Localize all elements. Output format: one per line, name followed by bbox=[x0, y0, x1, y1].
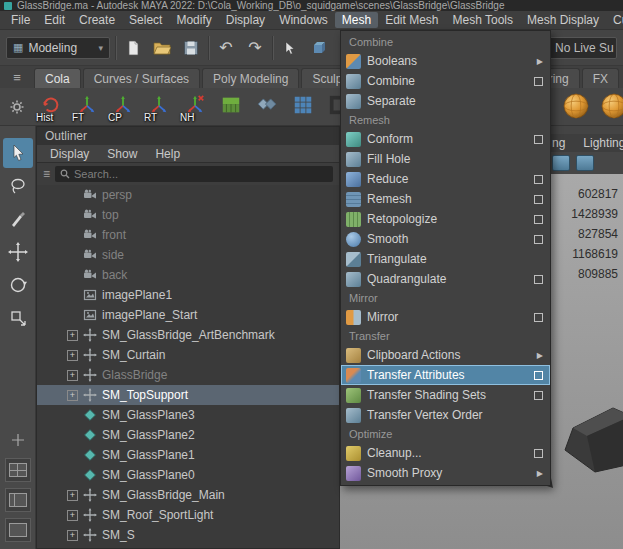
shelf-menu-icon[interactable]: ≡ bbox=[0, 68, 34, 88]
outliner-menu-show[interactable]: Show bbox=[98, 145, 146, 162]
menu-mesh-tools[interactable]: Mesh Tools bbox=[446, 12, 520, 28]
shelf-tab-poly-modeling[interactable]: Poly Modeling bbox=[202, 68, 299, 88]
expand-icon[interactable]: + bbox=[67, 490, 78, 501]
last-tool-slot[interactable] bbox=[3, 425, 33, 455]
shelf-button-ft[interactable]: FT bbox=[70, 90, 104, 124]
component-mode-button[interactable] bbox=[307, 36, 331, 60]
search-input[interactable]: Search... bbox=[55, 166, 333, 182]
scale-tool[interactable] bbox=[3, 303, 33, 333]
undo-button[interactable]: ↶ bbox=[214, 36, 238, 60]
mesh-menu-item-cleanup[interactable]: Cleanup... bbox=[341, 443, 550, 463]
expand-icon[interactable]: + bbox=[67, 370, 78, 381]
outliner-item-persp[interactable]: persp bbox=[37, 185, 339, 205]
menu-mesh-display[interactable]: Mesh Display bbox=[520, 12, 606, 28]
outliner-item-sm-glassbridge-artbenchmark[interactable]: +SM_GlassBridge_ArtBenchmark bbox=[37, 325, 339, 345]
outliner-menu-display[interactable]: Display bbox=[41, 145, 98, 162]
move-tool[interactable] bbox=[3, 237, 33, 267]
viewport-menu-ng[interactable]: ng bbox=[552, 134, 565, 152]
layout-quad-button[interactable] bbox=[5, 458, 31, 482]
shelf-button-sphere[interactable] bbox=[597, 90, 623, 124]
mesh-menu-item-clipboard-actions[interactable]: Clipboard Actions▶ bbox=[341, 345, 550, 365]
outliner-item-top[interactable]: top bbox=[37, 205, 339, 225]
open-scene-button[interactable] bbox=[150, 36, 174, 60]
shelf-button-diamonds[interactable] bbox=[250, 90, 284, 124]
menu-windows[interactable]: Windows bbox=[272, 12, 335, 28]
menu-select[interactable]: Select bbox=[122, 12, 169, 28]
mesh-menu-item-conform[interactable]: Conform bbox=[341, 129, 550, 149]
menu-set-selector[interactable]: ▦ Modeling ▾ bbox=[6, 37, 110, 59]
menu-edit[interactable]: Edit bbox=[37, 12, 72, 28]
live-surface-field[interactable]: No Live Su bbox=[549, 37, 617, 59]
lasso-tool[interactable] bbox=[3, 171, 33, 201]
menu-display[interactable]: Display bbox=[219, 12, 272, 28]
option-box-icon[interactable] bbox=[534, 135, 543, 144]
option-box-icon[interactable] bbox=[534, 275, 543, 284]
outliner-item-imageplane-start[interactable]: imagePlane_Start bbox=[37, 305, 339, 325]
option-box-icon[interactable] bbox=[534, 391, 543, 400]
mesh-menu-item-combine[interactable]: Combine bbox=[341, 71, 550, 91]
mesh-menu-item-fill-hole[interactable]: Fill Hole bbox=[341, 149, 550, 169]
outliner-item-sm-s[interactable]: +SM_S bbox=[37, 525, 339, 545]
menu-create[interactable]: Create bbox=[72, 12, 122, 28]
option-box-icon[interactable] bbox=[534, 77, 543, 86]
redo-button[interactable]: ↷ bbox=[243, 36, 267, 60]
expand-icon[interactable]: + bbox=[67, 510, 78, 521]
mesh-menu-item-retopologize[interactable]: Retopologize bbox=[341, 209, 550, 229]
expand-icon[interactable]: + bbox=[67, 530, 78, 541]
shelf-button-cp[interactable]: CP bbox=[106, 90, 140, 124]
menu-mesh[interactable]: Mesh bbox=[335, 12, 378, 28]
viewport-menu-lighting[interactable]: Lighting bbox=[583, 134, 623, 152]
mesh-menu-item-remesh[interactable]: Remesh bbox=[341, 189, 550, 209]
option-box-icon[interactable] bbox=[534, 371, 543, 380]
shelf-button-rt[interactable]: RT bbox=[142, 90, 176, 124]
mesh-menu-item-booleans[interactable]: Booleans▶ bbox=[341, 51, 550, 71]
paint-select-tool[interactable] bbox=[3, 204, 33, 234]
shelf-button-nh[interactable]: NH bbox=[178, 90, 212, 124]
outliner-item-sm-glassplane2[interactable]: SM_GlassPlane2 bbox=[37, 425, 339, 445]
mesh-menu-item-smooth-proxy[interactable]: Smooth Proxy▶ bbox=[341, 463, 550, 483]
shading-toggle-icon[interactable] bbox=[552, 155, 570, 171]
option-box-icon[interactable] bbox=[534, 449, 543, 458]
gear-icon[interactable] bbox=[0, 100, 34, 114]
outliner-item-sm-glassplane3[interactable]: SM_GlassPlane3 bbox=[37, 405, 339, 425]
outliner-item-glassbridge[interactable]: +GlassBridge bbox=[37, 365, 339, 385]
shelf-tab-cola[interactable]: Cola bbox=[34, 68, 81, 88]
menu-file[interactable]: File bbox=[4, 12, 37, 28]
outliner-item-front[interactable]: front bbox=[37, 225, 339, 245]
new-scene-button[interactable] bbox=[121, 36, 145, 60]
mesh-menu-item-quadrangulate[interactable]: Quadrangulate bbox=[341, 269, 550, 289]
option-box-icon[interactable] bbox=[534, 195, 543, 204]
outliner-item-sm-curtain[interactable]: +SM_Curtain bbox=[37, 345, 339, 365]
shelf-button-sphere[interactable] bbox=[559, 90, 593, 124]
layout-single-button[interactable] bbox=[5, 518, 31, 542]
mesh-menu-item-transfer-attributes[interactable]: Transfer Attributes bbox=[341, 365, 550, 385]
outliner-item-sm-glassbridge-main[interactable]: +SM_GlassBridge_Main bbox=[37, 485, 339, 505]
shelf-button-grass-block[interactable] bbox=[214, 90, 248, 124]
mesh-menu-item-reduce[interactable]: Reduce bbox=[341, 169, 550, 189]
outliner-item-side[interactable]: side bbox=[37, 245, 339, 265]
mesh-menu-item-smooth[interactable]: Smooth bbox=[341, 229, 550, 249]
option-box-icon[interactable] bbox=[534, 215, 543, 224]
rotate-tool[interactable] bbox=[3, 270, 33, 300]
mesh-menu-item-triangulate[interactable]: Triangulate bbox=[341, 249, 550, 269]
selection-mode-button[interactable] bbox=[278, 36, 302, 60]
shelf-tab-curves-surfaces[interactable]: Curves / Surfaces bbox=[83, 68, 200, 88]
expand-icon[interactable]: + bbox=[67, 390, 78, 401]
shelf-button-grid[interactable] bbox=[286, 90, 320, 124]
menu-modify[interactable]: Modify bbox=[169, 12, 218, 28]
mesh-menu-item-separate[interactable]: Separate bbox=[341, 91, 550, 111]
textured-toggle-icon[interactable] bbox=[576, 155, 594, 171]
outliner-item-imageplane1[interactable]: imagePlane1 bbox=[37, 285, 339, 305]
mesh-menu-item-transfer-shading-sets[interactable]: Transfer Shading Sets bbox=[341, 385, 550, 405]
outliner-item-back[interactable]: back bbox=[37, 265, 339, 285]
option-box-icon[interactable] bbox=[534, 313, 543, 322]
outliner-menu-help[interactable]: Help bbox=[146, 145, 189, 162]
expand-icon[interactable]: + bbox=[67, 330, 78, 341]
expand-icon[interactable]: + bbox=[67, 350, 78, 361]
menu-cur[interactable]: Cur bbox=[606, 12, 623, 28]
mesh-menu-item-transfer-vertex-order[interactable]: Transfer Vertex Order bbox=[341, 405, 550, 425]
outliner-item-sm-roof-sportlight[interactable]: +SM_Roof_SportLight bbox=[37, 505, 339, 525]
layout-split-button[interactable] bbox=[5, 488, 31, 512]
mesh-menu-item-mirror[interactable]: Mirror bbox=[341, 307, 550, 327]
option-box-icon[interactable] bbox=[534, 235, 543, 244]
